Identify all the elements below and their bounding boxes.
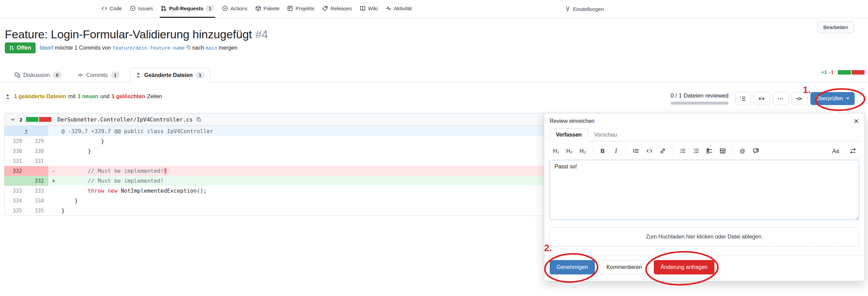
diffstat-deletions: -1 (829, 69, 834, 75)
reviewed-progress-bar (671, 102, 729, 105)
file-tree-button[interactable] (735, 92, 751, 105)
nav-item-pull-requests[interactable]: Pull-Requests1 (160, 0, 215, 18)
more-options-button[interactable] (773, 92, 788, 105)
nav-item-pakete[interactable]: Pakete (254, 0, 281, 18)
line-number-new[interactable]: 330 (26, 146, 48, 156)
dropzone-text: Zum Hochladen hier klicken oder Datei ab… (646, 234, 763, 240)
repo-nav-items: CodeIssuesPull-Requests1ActionsPaketePro… (100, 0, 413, 18)
merge-sentence: blaerf möchte 1 Commits von feature/dein… (40, 45, 237, 51)
review-button[interactable]: Überprüfen (810, 92, 855, 105)
line-number-old[interactable] (4, 176, 26, 186)
h2-button[interactable]: H₂ (563, 146, 576, 156)
merge-text-mergen: mergen (219, 45, 237, 51)
book-icon (360, 5, 366, 11)
author-link[interactable]: blaerf (40, 45, 53, 51)
popup-tab-vorschau[interactable]: Vorschau (588, 128, 623, 141)
nav-item-issues[interactable]: Issues (129, 0, 154, 18)
tasklist-button[interactable] (703, 146, 716, 156)
nav-item-projekte[interactable]: Projekte (286, 0, 315, 18)
file-name[interactable]: DerSubnetter.Controller/IpV4Controller.c… (57, 116, 193, 123)
diff-sign (48, 156, 59, 166)
nav-item-einstellungen[interactable]: Einstellungen (565, 0, 604, 18)
commit-icon (77, 72, 83, 78)
pull-request-icon (9, 46, 14, 50)
package-icon (255, 5, 261, 11)
quote-button[interactable] (629, 146, 642, 156)
line-number-old[interactable]: 333 (4, 186, 26, 196)
line-number-new[interactable] (26, 166, 48, 176)
nav-item-releases[interactable]: Releases (321, 0, 353, 18)
request-changes-button[interactable]: Änderung anfragen (654, 260, 714, 274)
summary-und: und (100, 93, 110, 100)
switch-icon (850, 148, 856, 154)
review-popup: Review einreichen VerfassenVorschau H₁H₂… (544, 113, 865, 281)
cross-reference-icon (753, 148, 759, 154)
summary-zeilen: Zeilen (147, 93, 162, 100)
line-number-new[interactable]: 333 (26, 186, 48, 196)
list-ordered-button[interactable]: 12 (689, 146, 702, 156)
pr-tabs: Diskussion0Commits1Geänderte Dateien1 (9, 68, 210, 83)
tab-commits[interactable]: Commits1 (72, 68, 125, 83)
table-button[interactable] (716, 146, 729, 156)
line-number-old[interactable]: 334 (4, 196, 26, 206)
tab-badge: 1 (111, 72, 120, 79)
list-unordered-button[interactable] (676, 146, 689, 156)
file-dropzone[interactable]: Zum Hochladen hier klicken oder Datei ab… (550, 227, 859, 246)
close-icon[interactable] (854, 118, 859, 124)
line-number-new[interactable]: 331 (26, 156, 48, 166)
diffstat-additions: +1 (821, 69, 827, 75)
line-number-old[interactable]: 332 (4, 166, 26, 176)
expand-diff-icon[interactable] (24, 129, 29, 134)
nav-item-wiki[interactable]: Wiki (359, 0, 379, 18)
tab-geaenderte-dateien[interactable]: Geänderte Dateien1 (130, 68, 210, 83)
review-comment-input[interactable]: Passt so! (550, 160, 859, 220)
bold-button[interactable]: B (596, 146, 609, 156)
line-number-new[interactable]: 332 (26, 176, 48, 186)
link-icon (660, 148, 666, 154)
whitespace-button[interactable] (754, 92, 770, 105)
popup-title: Review einreichen (550, 118, 595, 124)
nav-item-code[interactable]: Code (100, 0, 123, 18)
diff-sign: - (48, 166, 59, 176)
collapse-file-icon[interactable] (10, 117, 16, 123)
head-branch-link[interactable]: feature/dein-feature-name (112, 45, 185, 51)
italic-button[interactable]: I (610, 146, 622, 156)
line-number-old[interactable]: 331 (4, 156, 26, 166)
nav-item-actions[interactable]: Actions (221, 0, 248, 18)
mention-button[interactable]: @ (736, 146, 749, 156)
link-button[interactable] (656, 146, 669, 156)
diffstat: +1 -1 (821, 69, 865, 75)
nav-item-aktivitaet[interactable]: Aktivität (384, 0, 413, 18)
code-icon (646, 148, 652, 154)
line-number-new[interactable]: 329 (26, 136, 48, 146)
line-number-old[interactable]: 330 (4, 146, 26, 156)
approve-button[interactable]: Genehmigen (550, 260, 595, 274)
merge-text-nach: nach (192, 45, 204, 51)
summary-files: 1 geänderte Dateien (14, 93, 66, 100)
base-branch-link[interactable]: main (206, 45, 217, 51)
line-number-old[interactable]: 335 (4, 206, 26, 216)
diffstat-bar-added (838, 70, 851, 75)
cross-reference-button[interactable] (749, 146, 762, 156)
diff-sign (48, 196, 59, 206)
comment-button[interactable]: Kommentieren (600, 260, 649, 274)
font-button[interactable]: Aa (829, 146, 842, 156)
copy-filename-icon[interactable] (196, 117, 201, 122)
toolbar-separator (626, 147, 626, 155)
h1-button[interactable]: H₁ (550, 146, 562, 156)
switch-editor-button[interactable] (846, 146, 859, 156)
line-number-old[interactable]: 329 (4, 136, 26, 146)
popup-tab-verfassen[interactable]: Verfassen (550, 128, 588, 141)
tab-diskussion[interactable]: Diskussion0 (9, 68, 67, 83)
toolbar-separator (592, 147, 593, 155)
code-button[interactable] (643, 146, 656, 156)
commit-select-button[interactable] (792, 92, 807, 105)
copy-branch-icon[interactable] (186, 45, 191, 50)
line-number-new[interactable]: 335 (26, 206, 48, 216)
line-number-new[interactable]: 334 (26, 196, 48, 206)
h3-button[interactable]: H₃ (576, 146, 589, 156)
nav-item-label: Einstellungen (573, 6, 604, 12)
file-change-count: 2 (20, 117, 22, 123)
status-badge-label: Offen (17, 45, 31, 51)
edit-button[interactable]: Bearbeiten (817, 21, 854, 33)
